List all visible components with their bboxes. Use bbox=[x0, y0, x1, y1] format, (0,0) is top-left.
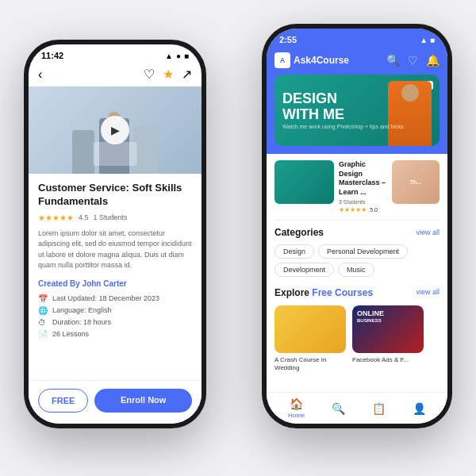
calendar-icon: 📅 bbox=[38, 294, 48, 303]
course-image: ▶ bbox=[29, 86, 202, 174]
explore-section: Explore Free Courses view all A Crash Co… bbox=[274, 285, 440, 373]
explore-card-wedding[interactable]: A Crash Course In Wedding bbox=[274, 305, 346, 373]
banner-subtitle: Watch me work using Photoshop + tips and… bbox=[282, 124, 404, 129]
lessons-icon: 📄 bbox=[38, 330, 48, 339]
categories-view-all[interactable]: view all bbox=[416, 228, 440, 236]
left-status-icons: ▲ ● ■ bbox=[165, 52, 189, 60]
wedding-card-title: A Crash Course In Wedding bbox=[274, 356, 346, 373]
explore-view-all[interactable]: view all bbox=[416, 288, 440, 296]
left-phone: 11:42 ▲ ● ■ ‹ ♡ ★ ↗ bbox=[24, 40, 206, 428]
banner-card: DESIGN WITH ME Watch me work using Photo… bbox=[274, 75, 440, 146]
category-music[interactable]: Music bbox=[338, 263, 374, 277]
language-icon: 🌐 bbox=[38, 306, 48, 315]
course-description: Lorem ipsum dolor sit amet, consectetur … bbox=[38, 228, 192, 271]
back-button[interactable]: ‹ bbox=[38, 67, 42, 82]
right-status-icons: ▲ ■ bbox=[420, 36, 435, 44]
categories-list: Design Personal Development Development … bbox=[274, 244, 440, 277]
banner-text: DESIGN WITH ME Watch me work using Photo… bbox=[282, 91, 404, 130]
play-button[interactable]: ▶ bbox=[101, 116, 129, 144]
wedding-card-image bbox=[274, 305, 346, 353]
left-course-body: Customer Service: Soft Skills Fundamenta… bbox=[29, 174, 202, 350]
banner-line1: DESIGN bbox=[282, 91, 404, 107]
right-status-bar: 2:55 ▲ ■ bbox=[267, 29, 447, 48]
right-main-content: Graphic Design Masterclass – Learn ... 3… bbox=[267, 154, 447, 400]
right-phone: 2:55 ▲ ■ A Ask4Course 🔍 ♡ 🔔 bbox=[262, 24, 452, 428]
rating-row: ★★★★★ 4.5 1 Students bbox=[38, 213, 192, 222]
explore-title: Explore Free Courses bbox=[274, 285, 373, 299]
bottom-navigation: 🏠 Home 🔍 📋 👤 bbox=[267, 392, 447, 424]
star-icon[interactable]: ★ bbox=[163, 67, 174, 82]
profile-icon: 👤 bbox=[413, 402, 426, 415]
home-icon: 🏠 bbox=[290, 397, 303, 410]
heart-icon[interactable]: ♡ bbox=[144, 67, 155, 82]
featured-stars: ★★★★★ 5.0 bbox=[339, 206, 387, 213]
students-count: 1 Students bbox=[94, 213, 128, 221]
meta-duration: ⏱ Duration: 18 hours bbox=[38, 318, 192, 327]
courses-icon: 📋 bbox=[372, 402, 386, 415]
facebook-card-title: Facebook Ads & F... bbox=[352, 356, 424, 364]
app-name: Ask4Course bbox=[294, 55, 349, 66]
left-status-bar: 11:42 ▲ ● ■ bbox=[29, 44, 202, 63]
rating-value: 4.5 bbox=[79, 213, 89, 221]
share-icon[interactable]: ↗ bbox=[182, 67, 192, 82]
meta-updated: 📅 Last Updated: 18 December 2023 bbox=[38, 294, 192, 303]
left-phone-screen: 11:42 ▲ ● ■ ‹ ♡ ★ ↗ bbox=[29, 44, 202, 424]
search-nav-icon: 🔍 bbox=[332, 402, 345, 415]
category-personal-dev[interactable]: Personal Development bbox=[318, 244, 408, 259]
banner-line2: WITH ME bbox=[282, 107, 404, 123]
category-design[interactable]: Design bbox=[274, 244, 314, 259]
nav-search[interactable]: 🔍 bbox=[332, 402, 345, 415]
nav-action-icons: ♡ ★ ↗ bbox=[144, 67, 192, 82]
left-time: 11:42 bbox=[41, 51, 63, 60]
featured-course-row: Graphic Design Masterclass – Learn ... 3… bbox=[274, 160, 440, 221]
header-icons: 🔍 ♡ 🔔 bbox=[386, 54, 440, 67]
featured-students: 3 Students bbox=[339, 199, 387, 205]
right-time: 2:55 bbox=[279, 35, 297, 44]
wishlist-icon[interactable]: ♡ bbox=[408, 54, 418, 67]
nav-home-label: Home bbox=[288, 412, 305, 419]
categories-title: Categories bbox=[274, 227, 324, 238]
notification-icon[interactable]: 🔔 bbox=[426, 54, 440, 67]
explore-section-header: Explore Free Courses view all bbox=[274, 285, 440, 299]
app-logo: A Ask4Course bbox=[274, 52, 349, 68]
featured-title: Graphic Design Masterclass – Learn ... bbox=[339, 160, 387, 198]
enroll-button[interactable]: Enroll Now bbox=[94, 389, 192, 413]
right-phone-screen: 2:55 ▲ ■ A Ask4Course 🔍 ♡ 🔔 bbox=[267, 29, 447, 424]
app-bar: A Ask4Course 🔍 ♡ 🔔 bbox=[274, 51, 440, 75]
clock-icon: ⏱ bbox=[38, 318, 48, 327]
nav-home[interactable]: 🏠 Home bbox=[288, 397, 305, 419]
search-icon[interactable]: 🔍 bbox=[386, 54, 400, 67]
created-by: Created By John Carter bbox=[38, 279, 192, 288]
facebook-card-image: ONLINE BUSINESS bbox=[352, 305, 424, 353]
free-button[interactable]: FREE bbox=[38, 389, 88, 413]
bottom-actions: FREE Enroll Now bbox=[29, 380, 202, 424]
phones-container: 11:42 ▲ ● ■ ‹ ♡ ★ ↗ bbox=[8, 8, 468, 468]
featured-info: Graphic Design Masterclass – Learn ... 3… bbox=[339, 160, 387, 213]
right-header: A Ask4Course 🔍 ♡ 🔔 DESIGN WITH ME Watch … bbox=[267, 48, 447, 154]
stars: ★★★★★ bbox=[38, 213, 74, 222]
left-nav-bar: ‹ ♡ ★ ↗ bbox=[29, 63, 202, 86]
explore-cards-list: A Crash Course In Wedding ONLINE BUSINES… bbox=[274, 305, 440, 373]
course-title: Customer Service: Soft Skills Fundamenta… bbox=[38, 182, 192, 209]
categories-section-header: Categories view all bbox=[274, 227, 440, 238]
category-development[interactable]: Development bbox=[274, 263, 334, 277]
explore-card-facebook[interactable]: ONLINE BUSINESS Facebook Ads & F... bbox=[352, 305, 424, 373]
logo-icon: A bbox=[274, 52, 290, 68]
nav-courses[interactable]: 📋 bbox=[372, 402, 386, 415]
meta-language: 🌐 Language: English bbox=[38, 306, 192, 315]
instructor-name: John Carter bbox=[83, 279, 127, 288]
second-featured-thumb: Th... bbox=[392, 160, 440, 204]
meta-lessons: 📄 26 Lessons bbox=[38, 330, 192, 339]
featured-thumb bbox=[274, 160, 334, 204]
nav-profile[interactable]: 👤 bbox=[413, 402, 426, 415]
